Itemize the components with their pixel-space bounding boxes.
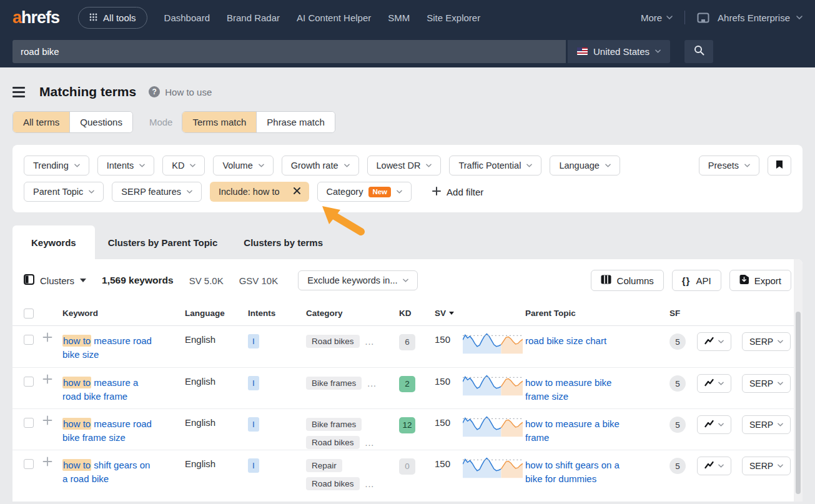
row-checkbox[interactable] (24, 459, 34, 469)
more-categories[interactable]: ... (365, 479, 375, 489)
col-kd[interactable]: KD (399, 309, 435, 318)
serp-features-count: 5 (669, 458, 686, 474)
remove-filter-button[interactable] (285, 182, 309, 202)
kd-filter-button[interactable]: KD (162, 156, 205, 175)
serp-features-count: 5 (669, 375, 686, 392)
col-language[interactable]: Language (185, 309, 248, 318)
search-button[interactable] (684, 40, 713, 63)
category-tag: Road bikes (306, 477, 360, 490)
add-keyword-icon[interactable] (42, 375, 52, 386)
select-all-checkbox[interactable] (24, 309, 34, 319)
columns-button[interactable]: Columns (591, 270, 664, 291)
include-filter-chip[interactable]: Include: how to (210, 182, 309, 202)
keyword-link[interactable]: how to shift gears on a road bike (62, 458, 154, 486)
nav-item-site-explorer[interactable]: Site Explorer (427, 12, 480, 23)
add-keyword-icon[interactable] (42, 334, 52, 344)
more-categories[interactable]: ... (365, 337, 375, 347)
trend-chart-button[interactable] (697, 415, 731, 434)
chevron-down-icon (778, 423, 783, 427)
category-filter-button[interactable]: Category New (317, 182, 412, 202)
keyword-link[interactable]: how to measure road bike size (62, 334, 154, 362)
row-checkbox[interactable] (24, 335, 34, 345)
nav-item-ai-content-helper[interactable]: AI Content Helper (297, 12, 371, 23)
workspace-icon (697, 12, 709, 23)
serp-button[interactable]: SERP (742, 332, 791, 351)
col-intents[interactable]: Intents (248, 309, 306, 318)
lowest-dr-filter-button[interactable]: Lowest DR (367, 156, 442, 175)
parent-topic-filter-button[interactable]: Parent Topic (24, 182, 104, 202)
plus-icon (432, 187, 441, 197)
serp-button[interactable]: SERP (742, 457, 791, 475)
tab-keywords[interactable]: Keywords (12, 225, 95, 259)
intent-badge[interactable]: I (248, 376, 259, 390)
intent-badge[interactable]: I (248, 417, 259, 432)
trending-filter-button[interactable]: Trending (24, 156, 89, 175)
row-checkbox[interactable] (24, 377, 34, 387)
api-button[interactable]: {} API (672, 270, 721, 291)
scrollbar-thumb[interactable] (796, 312, 801, 494)
clusters-dropdown[interactable]: Clusters (24, 274, 86, 287)
keyword-link[interactable]: how to measure a road bike frame (62, 376, 154, 403)
row-checkbox[interactable] (24, 418, 34, 428)
nav-item-smm[interactable]: SMM (388, 12, 410, 23)
exclude-keywords-dropdown[interactable]: Exclude keywords in... (298, 270, 418, 290)
add-keyword-icon[interactable] (42, 417, 52, 427)
export-button[interactable]: Export (729, 270, 791, 291)
segment-questions[interactable]: Questions (69, 112, 132, 132)
chevron-down-icon (718, 382, 724, 385)
country-selector[interactable]: United States (568, 40, 670, 63)
serp-button[interactable]: SERP (742, 415, 791, 434)
segment-phrase-match[interactable]: Phrase match (256, 112, 335, 132)
keyword-link[interactable]: how to measure road bike frame size (62, 417, 154, 445)
parent-topic-link[interactable]: road bike size chart (525, 334, 606, 348)
traffic-potential-filter-button[interactable]: Traffic Potential (449, 156, 541, 175)
trend-chart-button[interactable] (697, 374, 731, 393)
keyword-highlight: how to (62, 377, 91, 388)
trend-icon (704, 461, 714, 471)
nav-item-dashboard[interactable]: Dashboard (164, 12, 210, 23)
more-menu[interactable]: More (641, 12, 673, 23)
presets-filter-button[interactable]: Presets (699, 156, 759, 175)
parent-topic-link[interactable]: how to measure a bike frame (525, 417, 625, 445)
col-sv-sort[interactable]: SV (435, 309, 463, 318)
growth-rate-filter-button[interactable]: Growth rate (282, 156, 359, 175)
intent-badge[interactable]: I (248, 458, 259, 473)
language-filter-button[interactable]: Language (550, 156, 620, 175)
serp-features-filter-button[interactable]: SERP features (112, 182, 202, 202)
all-tools-button[interactable]: All tools (78, 7, 147, 29)
bookmark-button[interactable] (768, 156, 791, 175)
trend-chart-button[interactable] (697, 457, 731, 475)
col-sf[interactable]: SF (669, 309, 697, 318)
col-parent-topic[interactable]: Parent Topic (525, 309, 669, 318)
account-menu[interactable]: Ahrefs Enterprise (718, 12, 803, 23)
parent-topic-link[interactable]: how to measure bike frame size (525, 376, 625, 403)
more-categories[interactable]: ... (367, 378, 377, 388)
intents-filter-button[interactable]: Intents (97, 156, 155, 175)
add-keyword-icon[interactable] (42, 458, 52, 468)
kd-badge: 2 (399, 376, 415, 392)
export-icon (739, 275, 749, 286)
serp-button[interactable]: SERP (742, 374, 791, 393)
volume-trend-sparkline (463, 326, 525, 357)
parent-topic-link[interactable]: how to shift gears on a bike for dummies (525, 458, 625, 486)
mode-label: Mode (149, 117, 173, 127)
bookmark-icon (776, 160, 783, 171)
more-categories[interactable]: ... (365, 438, 375, 448)
intent-badge[interactable]: I (248, 334, 259, 348)
col-category[interactable]: Category (306, 309, 399, 318)
segment-all-terms[interactable]: All terms (13, 112, 69, 132)
menu-icon[interactable] (12, 87, 25, 97)
search-input[interactable] (12, 40, 566, 63)
tab-clusters-by-terms[interactable]: Clusters by terms (230, 225, 336, 259)
segment-terms-match[interactable]: Terms match (182, 112, 256, 132)
grid-icon (89, 12, 97, 23)
volume-filter-button[interactable]: Volume (213, 156, 273, 175)
nav-item-brand-radar[interactable]: Brand Radar (227, 12, 280, 23)
scrollbar-track[interactable] (794, 259, 803, 502)
trend-chart-button[interactable] (697, 332, 731, 351)
add-filter-button[interactable]: Add filter (427, 187, 488, 197)
ahrefs-logo[interactable]: ahrefs (12, 9, 59, 26)
col-keyword[interactable]: Keyword (62, 309, 185, 318)
tab-clusters-by-parent-topic[interactable]: Clusters by Parent Topic (95, 225, 231, 259)
how-to-use-link[interactable]: ? How to use (149, 86, 212, 97)
